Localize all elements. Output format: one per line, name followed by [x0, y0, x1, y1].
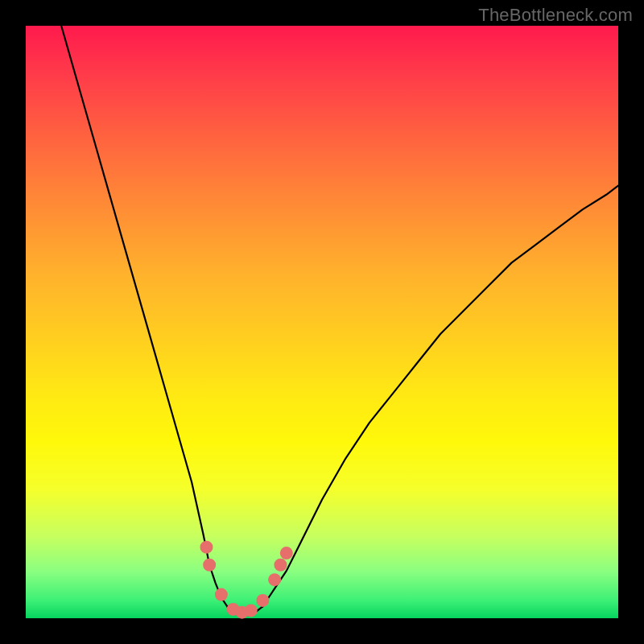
curve-marker: [274, 559, 287, 572]
curve-marker: [256, 594, 269, 607]
curve-svg: [26, 26, 618, 618]
curve-marker: [280, 547, 293, 559]
curve-marker: [245, 604, 258, 617]
curve-marker: [268, 573, 281, 586]
curve-marker: [203, 559, 216, 572]
curve-marker: [200, 541, 213, 554]
attribution-text: TheBottleneck.com: [478, 5, 633, 26]
plot-area: [26, 26, 618, 618]
chart-stage: TheBottleneck.com: [0, 0, 644, 644]
curve-left-branch: [61, 26, 227, 606]
curve-right-branch: [262, 186, 618, 607]
curve-marker: [215, 588, 228, 601]
